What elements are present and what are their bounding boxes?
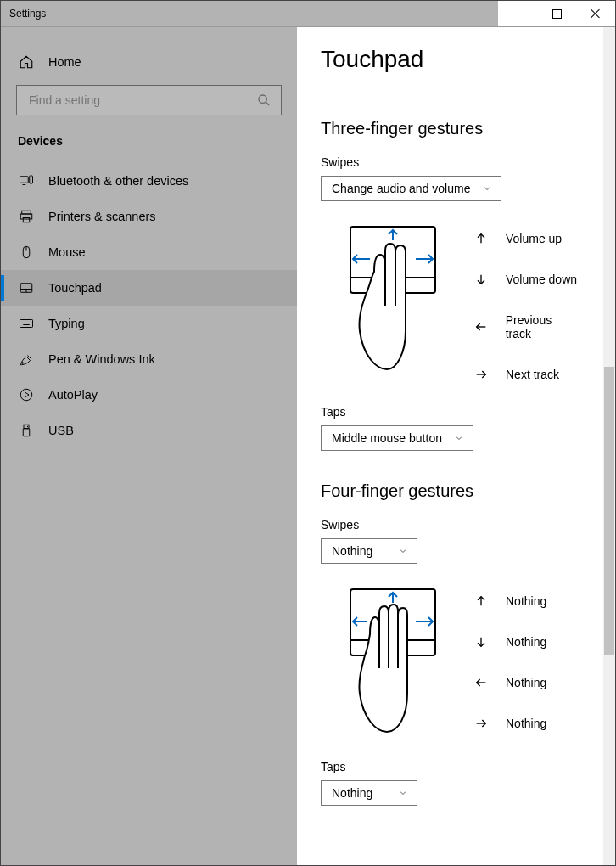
chevron-down-icon bbox=[482, 183, 492, 194]
sidebar-item-bluetooth[interactable]: Bluetooth & other devices bbox=[1, 163, 297, 199]
page-title: Touchpad bbox=[321, 46, 580, 73]
content-pane: Touchpad Three-finger gestures Swipes Ch… bbox=[297, 27, 615, 865]
scrollbar[interactable] bbox=[603, 27, 615, 865]
close-button[interactable] bbox=[576, 1, 615, 26]
autoplay-icon bbox=[18, 387, 35, 402]
sidebar-item-mouse[interactable]: Mouse bbox=[1, 234, 297, 270]
chevron-down-icon bbox=[454, 433, 464, 443]
three-finger-illustration bbox=[346, 225, 440, 374]
legend-label: Volume up bbox=[506, 232, 562, 245]
four-finger-heading: Four-finger gestures bbox=[321, 481, 580, 501]
chevron-down-icon bbox=[398, 788, 408, 798]
legend-up: Volume up bbox=[473, 232, 580, 245]
minimize-button[interactable] bbox=[498, 1, 537, 26]
legend-up: Nothing bbox=[473, 594, 546, 608]
sidebar: Home Devices Bluetooth & other devices bbox=[1, 27, 297, 865]
combo-value: Change audio and volume bbox=[332, 182, 470, 195]
legend-left: Nothing bbox=[473, 676, 546, 689]
four-swipes-combo[interactable]: Nothing bbox=[321, 538, 417, 564]
printer-icon bbox=[18, 209, 35, 224]
three-taps-label: Taps bbox=[321, 405, 580, 419]
sidebar-item-printers[interactable]: Printers & scanners bbox=[1, 199, 297, 234]
arrow-left-icon bbox=[473, 320, 489, 334]
svg-rect-13 bbox=[20, 320, 33, 328]
home-icon bbox=[18, 54, 35, 70]
legend-left: Previous track bbox=[473, 313, 580, 340]
sidebar-item-touchpad[interactable]: Touchpad bbox=[1, 270, 297, 306]
legend-label: Next track bbox=[506, 368, 559, 381]
window-title: Settings bbox=[1, 8, 46, 20]
touchpad-icon bbox=[18, 280, 35, 295]
four-taps-combo[interactable]: Nothing bbox=[321, 780, 417, 806]
arrow-down-icon bbox=[473, 635, 489, 649]
combo-value: Nothing bbox=[332, 544, 372, 558]
titlebar: Settings bbox=[1, 1, 615, 27]
svg-rect-23 bbox=[23, 429, 30, 436]
four-finger-illustration bbox=[346, 588, 440, 736]
svg-point-19 bbox=[22, 363, 24, 364]
three-swipes-combo[interactable]: Change audio and volume bbox=[321, 176, 501, 201]
sidebar-section-header: Devices bbox=[1, 134, 297, 163]
legend-down: Volume down bbox=[473, 273, 580, 286]
search-input[interactable] bbox=[27, 93, 238, 108]
legend-right: Next track bbox=[473, 368, 580, 381]
sidebar-item-label: AutoPlay bbox=[48, 388, 98, 402]
sidebar-item-typing[interactable]: Typing bbox=[1, 306, 297, 341]
legend-label: Volume down bbox=[506, 273, 577, 286]
svg-point-0 bbox=[259, 95, 266, 103]
mouse-icon bbox=[18, 245, 35, 260]
sidebar-item-label: Touchpad bbox=[48, 281, 102, 295]
home-label: Home bbox=[48, 55, 81, 69]
combo-value: Nothing bbox=[332, 786, 372, 800]
legend-right: Nothing bbox=[473, 717, 546, 730]
legend-down: Nothing bbox=[473, 635, 546, 649]
svg-rect-6 bbox=[20, 214, 32, 219]
three-swipes-label: Swipes bbox=[321, 155, 580, 169]
svg-rect-3 bbox=[30, 176, 33, 183]
scrollbar-thumb[interactable] bbox=[604, 367, 614, 655]
svg-marker-21 bbox=[25, 392, 30, 397]
maximize-button[interactable] bbox=[537, 1, 576, 26]
arrow-left-icon bbox=[473, 676, 489, 689]
usb-icon bbox=[18, 423, 35, 438]
sidebar-item-label: USB bbox=[48, 424, 74, 437]
sidebar-item-usb[interactable]: USB bbox=[1, 413, 297, 448]
search-box[interactable] bbox=[16, 85, 282, 115]
arrow-up-icon bbox=[473, 232, 489, 245]
combo-value: Middle mouse button bbox=[332, 431, 442, 445]
legend-label: Nothing bbox=[506, 594, 546, 608]
legend-label: Previous track bbox=[506, 313, 580, 340]
four-taps-label: Taps bbox=[321, 760, 580, 773]
sidebar-item-label: Typing bbox=[48, 317, 85, 330]
sidebar-item-label: Pen & Windows Ink bbox=[48, 352, 155, 366]
pen-icon bbox=[18, 351, 35, 367]
keyboard-icon bbox=[18, 316, 35, 331]
svg-rect-22 bbox=[24, 425, 29, 429]
chevron-down-icon bbox=[398, 546, 408, 556]
sidebar-item-autoplay[interactable]: AutoPlay bbox=[1, 377, 297, 413]
arrow-right-icon bbox=[473, 717, 489, 730]
legend-label: Nothing bbox=[506, 676, 546, 689]
svg-line-1 bbox=[266, 102, 269, 105]
devices-icon bbox=[18, 173, 35, 188]
sidebar-item-label: Bluetooth & other devices bbox=[48, 174, 188, 188]
arrow-right-icon bbox=[473, 368, 489, 381]
search-icon bbox=[257, 93, 271, 107]
home-nav[interactable]: Home bbox=[1, 46, 297, 78]
three-finger-heading: Three-finger gestures bbox=[321, 119, 580, 138]
sidebar-item-label: Mouse bbox=[48, 245, 86, 259]
arrow-down-icon bbox=[473, 273, 489, 286]
legend-label: Nothing bbox=[506, 717, 546, 730]
sidebar-item-pen[interactable]: Pen & Windows Ink bbox=[1, 341, 297, 377]
svg-rect-2 bbox=[20, 177, 29, 183]
svg-point-20 bbox=[20, 389, 32, 401]
sidebar-item-label: Printers & scanners bbox=[48, 210, 156, 223]
three-taps-combo[interactable]: Middle mouse button bbox=[321, 425, 473, 451]
svg-rect-7 bbox=[23, 218, 30, 222]
four-swipes-label: Swipes bbox=[321, 518, 580, 531]
arrow-up-icon bbox=[473, 594, 489, 608]
svg-rect-5 bbox=[22, 211, 31, 214]
legend-label: Nothing bbox=[506, 635, 546, 649]
